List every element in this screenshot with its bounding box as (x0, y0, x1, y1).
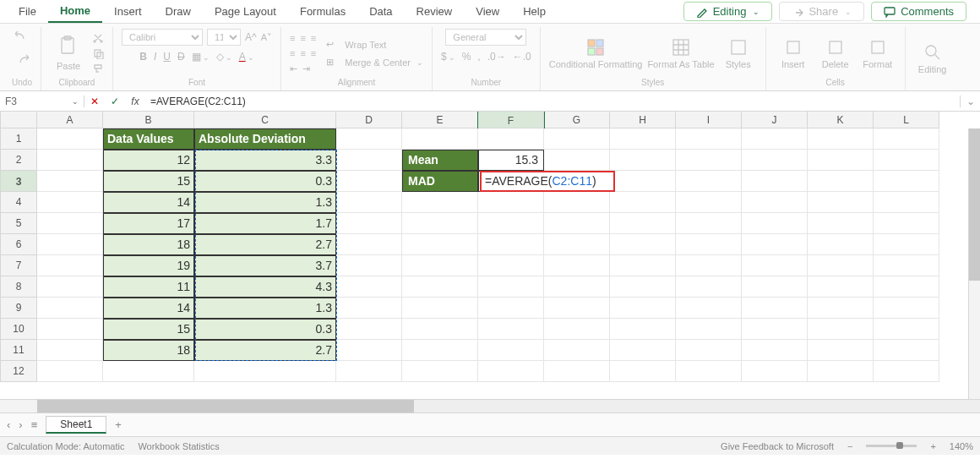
col-header-A[interactable]: A (37, 112, 103, 128)
tab-data[interactable]: Data (357, 0, 404, 23)
cell-K3[interactable] (808, 171, 874, 192)
cell-D6[interactable] (336, 234, 402, 255)
cell-B4[interactable]: 14 (103, 192, 194, 213)
cell-B5[interactable]: 17 (103, 213, 194, 234)
redo-icon[interactable] (12, 52, 32, 73)
font-color-button[interactable]: A⌄ (239, 51, 254, 63)
scroll-thumb[interactable] (37, 400, 414, 413)
align-left-icon[interactable]: ≡ (290, 48, 295, 58)
cell-E4[interactable] (402, 192, 478, 213)
cell-J5[interactable] (742, 213, 808, 234)
cell-L7[interactable] (874, 255, 939, 276)
cell-H3[interactable] (610, 171, 676, 192)
increase-decimal-button[interactable]: .0→ (487, 51, 506, 63)
cell-J7[interactable] (742, 255, 808, 276)
tab-view[interactable]: View (464, 0, 511, 23)
cell-E3[interactable]: MAD (402, 171, 478, 192)
cell-E11[interactable] (402, 340, 478, 361)
col-header-I[interactable]: I (676, 112, 742, 128)
cell-A9[interactable] (37, 298, 103, 319)
cell-C10[interactable]: 0.3 (194, 319, 336, 340)
col-header-J[interactable]: J (742, 112, 808, 128)
cell-F5[interactable] (478, 213, 544, 234)
fill-color-button[interactable]: ◇⌄ (216, 51, 232, 63)
cell-D5[interactable] (336, 213, 402, 234)
cell-I4[interactable] (676, 192, 742, 213)
insert-cells-button[interactable]: Insert (775, 37, 812, 69)
cell-L12[interactable] (874, 361, 939, 382)
tab-review[interactable]: Review (405, 0, 465, 23)
cell-G11[interactable] (544, 340, 610, 361)
cell-D10[interactable] (336, 319, 402, 340)
tab-page-layout[interactable]: Page Layout (203, 0, 288, 23)
cell-B9[interactable]: 14 (103, 298, 194, 319)
cell-I1[interactable] (676, 128, 742, 150)
cell-L1[interactable] (874, 128, 939, 150)
sheet-next-button[interactable]: › (19, 418, 22, 431)
cell-E7[interactable] (402, 255, 478, 276)
cell-I5[interactable] (676, 213, 742, 234)
cell-I10[interactable] (676, 319, 742, 340)
cell-B3[interactable]: 15 (103, 171, 194, 192)
increase-indent-icon[interactable]: ⇥ (302, 63, 310, 74)
cell-J9[interactable] (742, 298, 808, 319)
vertical-scrollbar[interactable] (968, 128, 980, 399)
cell-D9[interactable] (336, 298, 402, 319)
cell-C3[interactable]: 0.3 (194, 171, 336, 192)
share-button[interactable]: Share ⌄ (779, 2, 864, 21)
workbook-stats-button[interactable]: Workbook Statistics (138, 441, 219, 451)
cell-A10[interactable] (37, 319, 103, 340)
row-header-7[interactable]: 7 (0, 255, 37, 276)
cell-F9[interactable] (478, 298, 544, 319)
cell-D11[interactable] (336, 340, 402, 361)
paste-button[interactable]: Paste (50, 36, 87, 71)
cell-I9[interactable] (676, 298, 742, 319)
cell-I2[interactable] (676, 150, 742, 171)
cell-F2[interactable]: 15.3 (478, 150, 544, 171)
expand-formula-bar-button[interactable]: ⌄ (960, 96, 980, 107)
row-header-8[interactable]: 8 (0, 276, 37, 298)
formula-input[interactable]: =AVERAGE(C2:C11) (145, 96, 960, 107)
cell-I8[interactable] (676, 276, 742, 298)
undo-icon[interactable] (12, 29, 32, 49)
strike-button[interactable]: D (177, 51, 185, 63)
cell-L5[interactable] (874, 213, 939, 234)
cell-F12[interactable] (478, 361, 544, 382)
active-cell-formula[interactable]: =AVERAGE(C2:C11) (480, 171, 615, 192)
col-header-C[interactable]: C (194, 112, 336, 128)
cut-icon[interactable] (92, 32, 104, 44)
cell-E9[interactable] (402, 298, 478, 319)
cell-J2[interactable] (742, 150, 808, 171)
cell-G4[interactable] (544, 192, 610, 213)
cell-D2[interactable] (336, 150, 402, 171)
cell-F8[interactable] (478, 276, 544, 298)
cell-L6[interactable] (874, 234, 939, 255)
cell-C2[interactable]: 3.3 (194, 150, 336, 171)
cell-K6[interactable] (808, 234, 874, 255)
zoom-in-button[interactable]: + (930, 441, 935, 451)
cell-H2[interactable] (610, 150, 676, 171)
cell-C6[interactable]: 2.7 (194, 234, 336, 255)
cell-D3[interactable] (336, 171, 402, 192)
font-size-select[interactable]: 11 (207, 29, 241, 46)
cell-L10[interactable] (874, 319, 939, 340)
cell-C4[interactable]: 1.3 (194, 192, 336, 213)
comments-button[interactable]: Comments (871, 2, 966, 21)
enter-button[interactable]: ✓ (105, 96, 125, 107)
cell-B8[interactable]: 11 (103, 276, 194, 298)
cell-C1[interactable]: Absolute Deviation (194, 128, 336, 150)
cell-A1[interactable] (37, 128, 103, 150)
cell-L4[interactable] (874, 192, 939, 213)
comma-button[interactable]: , (477, 51, 480, 63)
cell-B1[interactable]: Data Values (103, 128, 194, 150)
decrease-font-icon[interactable]: A˅ (261, 32, 272, 43)
increase-font-icon[interactable]: A^ (245, 31, 257, 43)
cell-F4[interactable] (478, 192, 544, 213)
cell-K7[interactable] (808, 255, 874, 276)
row-header-3[interactable]: 3 (0, 171, 37, 192)
tab-help[interactable]: Help (511, 0, 558, 23)
cell-I3[interactable] (676, 171, 742, 192)
cell-D12[interactable] (336, 361, 402, 382)
cell-B10[interactable]: 15 (103, 319, 194, 340)
cell-D8[interactable] (336, 276, 402, 298)
